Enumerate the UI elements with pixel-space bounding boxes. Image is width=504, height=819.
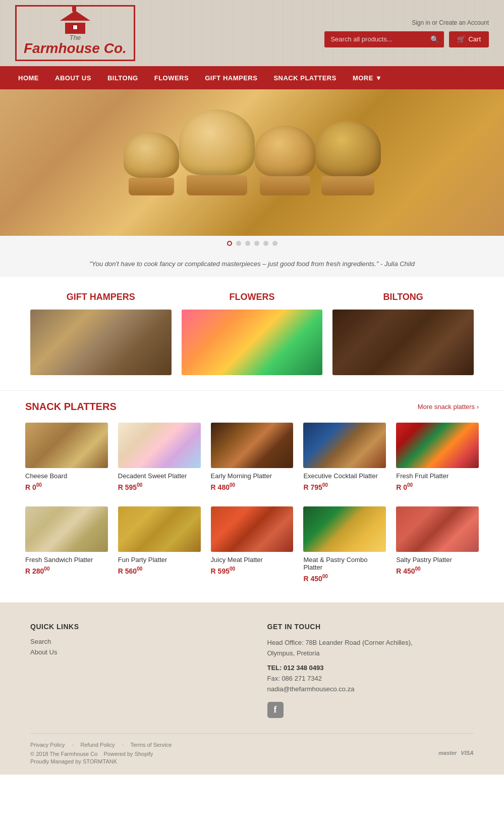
visa-icon: VISA (461, 750, 474, 756)
platter-meat-pastry-name: Meat & Pastry Combo Platter (303, 556, 386, 571)
platter-cheese-board-price: R 000 (25, 482, 108, 491)
more-snack-platters-link[interactable]: More snack platters › (418, 403, 479, 411)
footer-bottom-left: Privacy Policy · Refund Policy · Terms o… (30, 742, 172, 764)
dot-3[interactable] (245, 241, 250, 246)
footer-link-search[interactable]: Search (30, 638, 237, 645)
create-account-link[interactable]: Create an Account (439, 19, 489, 26)
platter-fresh-sandwich[interactable]: Fresh Sandwich Platter R 28000 (25, 506, 108, 583)
snack-platters-header: SNACK PLATTERS More snack platters › (25, 401, 479, 413)
platter-fun-party-image (118, 506, 201, 552)
nav-item-home[interactable]: HOME (10, 67, 47, 89)
logo-house-icon (65, 23, 85, 34)
muffin-top-4-icon (315, 121, 381, 176)
platter-fresh-fruit[interactable]: Fresh Fruit Platter R 000 (396, 423, 479, 491)
platter-meat-pastry-image (303, 506, 386, 552)
platter-cheese-board-image (25, 423, 108, 468)
category-flowers-image[interactable] (182, 310, 323, 375)
nav-item-biltong[interactable]: BILTONG (99, 67, 146, 89)
platter-salty-pastry-name: Salty Pastry Platter (396, 556, 479, 564)
category-gift-hampers-title: GIFT HAMPERS (30, 292, 172, 302)
platter-juicy-meat[interactable]: Juicy Meat Platter R 59500 (211, 506, 294, 583)
muffin-base-icon (129, 178, 174, 195)
platter-decadent-sweet[interactable]: Decadent Sweet Platter R 59500 (118, 423, 201, 491)
price-sup-10: 00 (415, 566, 421, 572)
quote-text: "You don't have to cook fancy or complic… (89, 260, 415, 268)
price-sup-4: 00 (322, 482, 328, 488)
platter-salty-pastry[interactable]: Salty Pastry Platter R 45000 (396, 506, 479, 583)
category-flowers-title: FLOWERS (182, 292, 323, 302)
dot-6[interactable] (272, 241, 277, 246)
logo[interactable]: The Farmhouse Co. (15, 5, 135, 61)
platter-meat-pastry-combo[interactable]: Meat & Pastry Combo Platter R 45000 (303, 506, 386, 583)
platter-decadent-sweet-name: Decadent Sweet Platter (118, 472, 201, 480)
logo-box: The Farmhouse Co. (15, 5, 135, 61)
footer-terms-link[interactable]: Terms of Service (130, 742, 172, 748)
search-input[interactable] (324, 31, 425, 47)
dot-5[interactable] (263, 241, 268, 246)
nav-item-more[interactable]: MORE ▼ (345, 67, 390, 89)
muffin-3 (255, 126, 315, 195)
nav-item-gift-hampers[interactable]: GIFT HAMPERS (197, 67, 265, 89)
footer-copyright: © 2018 The Farmhouse Co Powered by Shopi… (30, 751, 172, 757)
search-button[interactable]: 🔍 (425, 31, 444, 47)
footer-powered-link[interactable]: Powered by Shopify (104, 751, 153, 757)
platter-salty-pastry-price: R 45000 (396, 566, 479, 575)
category-gift-hampers[interactable]: GIFT HAMPERS (30, 292, 172, 375)
cart-label: Cart (468, 35, 481, 43)
platter-fun-party[interactable]: Fun Party Platter R 56000 (118, 506, 201, 583)
platter-decadent-sweet-image (118, 423, 201, 468)
logo-window-icon (73, 25, 78, 30)
footer-link-sep-2: · (122, 742, 123, 748)
hero-image (0, 89, 504, 236)
price-sup-8: 00 (230, 566, 235, 572)
platter-early-morning[interactable]: Early Morning Platter R 48000 (211, 423, 294, 491)
dot-4[interactable] (254, 241, 259, 246)
category-biltong[interactable]: BILTONG (332, 292, 474, 375)
platter-early-morning-name: Early Morning Platter (211, 472, 294, 480)
muffin-top-2-icon (179, 110, 255, 175)
footer-contact-col: GET IN TOUCH Head Office: 78B Leander Ro… (267, 623, 474, 718)
platter-fresh-fruit-name: Fresh Fruit Platter (396, 472, 479, 480)
search-bar: 🔍 (324, 31, 444, 47)
footer-privacy-link[interactable]: Privacy Policy (30, 742, 65, 748)
sign-in-link[interactable]: Sign in (412, 19, 430, 26)
muffin-display (124, 120, 381, 206)
footer-copyright-text: © 2018 The Farmhouse Co (30, 751, 97, 757)
platter-cheese-board[interactable]: Cheese Board R 000 (25, 423, 108, 491)
platter-juicy-meat-image (211, 506, 294, 552)
cart-icon: 🛒 (457, 35, 465, 43)
footer-link-about[interactable]: About Us (30, 648, 237, 656)
muffin-base-3-icon (260, 176, 310, 195)
auth-separator: or (432, 19, 439, 26)
dot-1[interactable] (227, 241, 232, 246)
footer-tel: TEL: 012 348 0493 (267, 664, 474, 672)
platters-grid: Cheese Board R 000 Decadent Sweet Platte… (25, 423, 479, 582)
nav-item-flowers[interactable]: FLOWERS (146, 67, 197, 89)
footer-fax: Fax: 086 271 7342 (267, 674, 474, 684)
category-biltong-image[interactable] (332, 310, 474, 375)
muffin-top-icon (124, 132, 179, 178)
platter-salty-pastry-image (396, 506, 479, 552)
footer-refund-link[interactable]: Refund Policy (81, 742, 115, 748)
footer-columns: QUICK LINKS Search About Us GET IN TOUCH… (30, 623, 474, 718)
footer-tel-label: TEL: (267, 664, 282, 672)
price-sup-3: 00 (230, 482, 235, 488)
category-flowers[interactable]: FLOWERS (182, 292, 323, 375)
footer-city: Olympus, Pretoria (267, 648, 474, 659)
platter-executive-cocktail[interactable]: Executive Cocktail Platter R 79500 (303, 423, 386, 491)
category-gift-hampers-image[interactable] (30, 310, 172, 375)
platter-cheese-board-name: Cheese Board (25, 472, 108, 480)
logo-main-text: Farmhouse Co. (24, 41, 127, 56)
footer-managed: Proudly Managed by STORMTANK (30, 758, 172, 764)
nav-item-about[interactable]: ABOUT US (47, 67, 99, 89)
nav-item-snack-platters[interactable]: SNACK PLATTERS (265, 67, 344, 89)
platter-executive-cocktail-price: R 79500 (303, 482, 386, 491)
footer-email[interactable]: nadia@thefarmhouseco.co.za (267, 684, 474, 695)
price-sup-5: 00 (407, 482, 413, 488)
snack-platters-section: SNACK PLATTERS More snack platters › Che… (0, 390, 504, 602)
cart-button[interactable]: 🛒 Cart (449, 31, 489, 47)
dot-2[interactable] (236, 241, 241, 246)
footer-facebook-link[interactable]: f (267, 702, 284, 718)
header-right: Sign in or Create an Account 🔍 🛒 Cart (324, 19, 489, 47)
footer-quick-links-title: QUICK LINKS (30, 623, 237, 631)
